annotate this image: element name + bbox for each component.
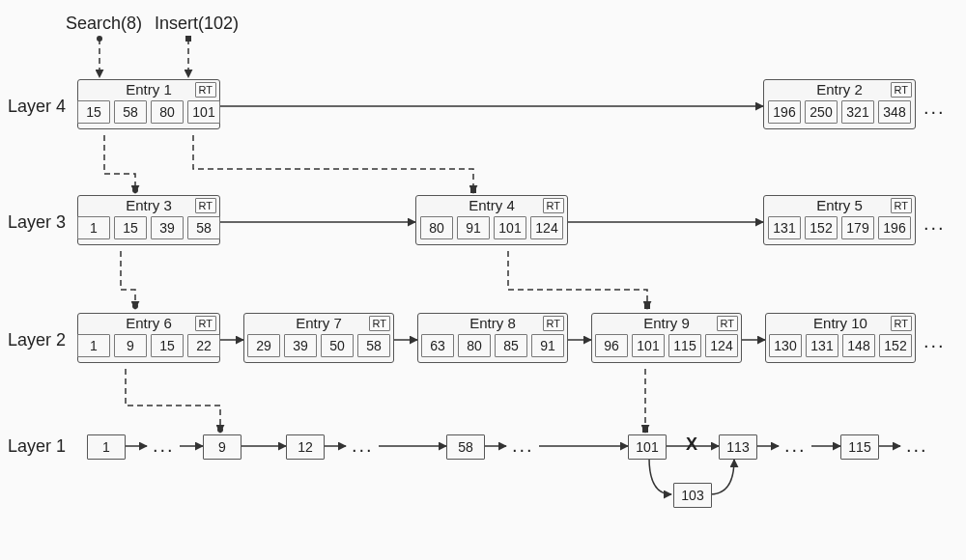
key-cell: 152: [805, 216, 838, 239]
entry-6: Entry 6 RT 1 9 15 22: [77, 313, 220, 363]
key-cell: 115: [668, 334, 701, 357]
key-cell: 85: [495, 334, 527, 357]
rt-badge: RT: [717, 316, 738, 331]
key-cell: 58: [357, 334, 390, 357]
key-cell: 15: [77, 100, 110, 124]
key-cell: 96: [595, 334, 628, 357]
rt-badge: RT: [195, 316, 216, 331]
key-cell: 29: [247, 334, 280, 357]
key-cell: 179: [841, 216, 874, 239]
key-cell: 15: [114, 216, 147, 239]
x-mark: X: [686, 434, 697, 455]
layer-4-label: Layer 4: [8, 97, 66, 117]
ellipsis: ...: [923, 97, 946, 119]
entry-9: Entry 9 RT 96 101 115 124: [591, 313, 742, 363]
ellipsis: ...: [153, 434, 175, 457]
entry-7: Entry 7 RT 29 39 50 58: [243, 313, 394, 363]
layer1-node: 58: [446, 434, 485, 460]
key-cell: 39: [151, 216, 184, 239]
key-cell: 80: [151, 100, 184, 124]
layer1-node: 12: [286, 434, 325, 460]
key-cell: 250: [805, 100, 838, 124]
key-cell: 196: [878, 216, 911, 239]
key-cell: 131: [806, 334, 838, 357]
layer1-node: 9: [203, 434, 242, 460]
ellipsis: ...: [923, 212, 946, 235]
layer-3-label: Layer 3: [8, 212, 66, 233]
rt-badge: RT: [891, 316, 912, 331]
key-cell: 348: [878, 100, 911, 124]
svg-point-9: [132, 303, 138, 309]
ellipsis: ...: [352, 434, 374, 457]
key-cell: 101: [632, 334, 665, 357]
key-cell: 9: [114, 334, 147, 357]
svg-rect-10: [644, 303, 650, 309]
ellipsis: ...: [784, 434, 807, 457]
key-cell: 101: [187, 100, 220, 124]
key-cell: 80: [458, 334, 491, 357]
key-cell: 58: [187, 216, 220, 239]
rt-badge: RT: [543, 316, 564, 331]
rt-badge: RT: [543, 198, 564, 213]
entry-10: Entry 10 RT 130 131 148 152: [765, 313, 916, 363]
key-cell: 131: [768, 216, 801, 239]
layer-1-label: Layer 1: [8, 436, 66, 457]
layer1-node: 1: [87, 434, 126, 460]
key-cell: 58: [114, 100, 147, 124]
key-cell: 101: [494, 216, 526, 239]
key-cell: 91: [531, 334, 564, 357]
key-cell: 1: [77, 334, 110, 357]
ellipsis: ...: [923, 330, 946, 352]
svg-point-5: [132, 187, 138, 193]
entry-3: Entry 3 RT 1 15 39 58: [77, 195, 220, 245]
entry-8: Entry 8 RT 63 80 85 91: [417, 313, 568, 363]
svg-point-1: [97, 36, 102, 42]
key-cell: 124: [705, 334, 738, 357]
key-cell: 39: [284, 334, 317, 357]
rt-badge: RT: [195, 198, 216, 213]
key-cell: 63: [421, 334, 454, 357]
layer-2-label: Layer 2: [8, 330, 66, 350]
key-cell: 130: [769, 334, 802, 357]
svg-rect-6: [470, 187, 476, 193]
key-cell: 1: [77, 216, 110, 239]
key-cell: 196: [768, 100, 801, 124]
rt-badge: RT: [369, 316, 390, 331]
layer1-node: 101: [628, 434, 667, 460]
rt-badge: RT: [891, 198, 912, 213]
key-cell: 124: [530, 216, 563, 239]
ellipsis: ...: [512, 434, 534, 457]
layer1-node: 115: [840, 434, 879, 460]
key-cell: 91: [457, 216, 490, 239]
rt-badge: RT: [195, 82, 216, 98]
key-cell: 148: [842, 334, 875, 357]
ellipsis: ...: [906, 434, 928, 457]
entry-5: Entry 5 RT 131 152 179 196: [763, 195, 916, 245]
svg-rect-16: [642, 427, 648, 433]
key-cell: 22: [187, 334, 220, 357]
insert-op-label: Insert(102): [155, 14, 239, 34]
key-cell: 15: [151, 334, 184, 357]
entry-1: Entry 1 RT 15 58 80 101: [77, 79, 220, 129]
key-cell: 152: [879, 334, 912, 357]
search-op-label: Search(8): [66, 14, 142, 34]
entry-2: Entry 2 RT 196 250 321 348: [763, 79, 916, 129]
key-cell: 321: [841, 100, 874, 124]
layer1-node: 113: [719, 434, 757, 460]
svg-point-15: [217, 427, 223, 433]
key-cell: 50: [321, 334, 354, 357]
layer1-node-inserted: 103: [673, 483, 712, 508]
entry-4: Entry 4 RT 80 91 101 124: [415, 195, 568, 245]
rt-badge: RT: [891, 82, 912, 98]
svg-rect-3: [185, 36, 191, 42]
key-cell: 80: [420, 216, 453, 239]
